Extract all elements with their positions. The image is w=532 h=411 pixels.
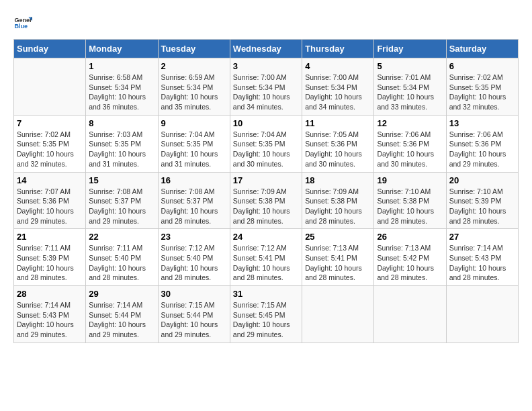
calendar-cell: 19Sunrise: 7:10 AM Sunset: 5:38 PM Dayli… <box>374 172 446 229</box>
calendar-cell: 24Sunrise: 7:12 AM Sunset: 5:41 PM Dayli… <box>230 229 302 286</box>
calendar-cell: 18Sunrise: 7:09 AM Sunset: 5:38 PM Dayli… <box>302 172 374 229</box>
logo-icon: General Blue <box>13 13 32 32</box>
logo: General Blue <box>13 13 32 32</box>
day-number: 27 <box>449 232 515 242</box>
calendar-cell <box>14 58 86 116</box>
calendar-cell: 23Sunrise: 7:12 AM Sunset: 5:40 PM Dayli… <box>158 229 230 286</box>
day-number: 26 <box>377 232 443 242</box>
calendar-cell: 9Sunrise: 7:04 AM Sunset: 5:35 PM Daylig… <box>158 115 230 172</box>
calendar-cell: 1Sunrise: 6:58 AM Sunset: 5:34 PM Daylig… <box>86 58 158 116</box>
day-number: 22 <box>89 232 154 242</box>
day-number: 4 <box>305 61 371 71</box>
day-info: Sunrise: 7:04 AM Sunset: 5:35 PM Dayligh… <box>233 130 299 169</box>
calendar-table: SundayMondayTuesdayWednesdayThursdayFrid… <box>13 39 519 343</box>
day-info: Sunrise: 7:13 AM Sunset: 5:41 PM Dayligh… <box>305 243 371 283</box>
day-number: 6 <box>449 61 515 71</box>
day-info: Sunrise: 7:02 AM Sunset: 5:35 PM Dayligh… <box>449 73 515 112</box>
calendar-cell: 31Sunrise: 7:15 AM Sunset: 5:45 PM Dayli… <box>230 286 302 343</box>
day-number: 14 <box>17 175 83 185</box>
day-info: Sunrise: 7:09 AM Sunset: 5:38 PM Dayligh… <box>233 187 299 226</box>
day-info: Sunrise: 7:14 AM Sunset: 5:43 PM Dayligh… <box>449 243 515 283</box>
calendar-cell: 12Sunrise: 7:06 AM Sunset: 5:36 PM Dayli… <box>374 115 446 172</box>
day-info: Sunrise: 6:59 AM Sunset: 5:34 PM Dayligh… <box>161 73 227 112</box>
calendar-cell: 16Sunrise: 7:08 AM Sunset: 5:37 PM Dayli… <box>158 172 230 229</box>
day-number: 9 <box>161 118 227 128</box>
calendar-cell: 26Sunrise: 7:13 AM Sunset: 5:42 PM Dayli… <box>374 229 446 286</box>
column-header-thursday: Thursday <box>302 40 374 58</box>
week-row-1: 1Sunrise: 6:58 AM Sunset: 5:34 PM Daylig… <box>14 58 519 116</box>
day-info: Sunrise: 7:11 AM Sunset: 5:40 PM Dayligh… <box>89 243 154 283</box>
day-info: Sunrise: 7:06 AM Sunset: 5:36 PM Dayligh… <box>377 130 443 169</box>
day-number: 1 <box>89 61 154 71</box>
day-number: 16 <box>161 175 227 185</box>
day-info: Sunrise: 7:10 AM Sunset: 5:38 PM Dayligh… <box>377 187 443 226</box>
day-info: Sunrise: 7:07 AM Sunset: 5:36 PM Dayligh… <box>17 187 83 226</box>
day-number: 23 <box>161 232 227 242</box>
day-number: 31 <box>233 289 299 299</box>
calendar-cell: 27Sunrise: 7:14 AM Sunset: 5:43 PM Dayli… <box>446 229 518 286</box>
header-row: SundayMondayTuesdayWednesdayThursdayFrid… <box>14 40 519 58</box>
day-number: 30 <box>161 289 227 299</box>
week-row-4: 21Sunrise: 7:11 AM Sunset: 5:39 PM Dayli… <box>14 229 519 286</box>
day-info: Sunrise: 7:09 AM Sunset: 5:38 PM Dayligh… <box>305 187 371 226</box>
day-info: Sunrise: 7:08 AM Sunset: 5:37 PM Dayligh… <box>89 187 154 226</box>
day-number: 25 <box>305 232 371 242</box>
week-row-2: 7Sunrise: 7:02 AM Sunset: 5:35 PM Daylig… <box>14 115 519 172</box>
calendar-cell: 2Sunrise: 6:59 AM Sunset: 5:34 PM Daylig… <box>158 58 230 116</box>
day-info: Sunrise: 7:04 AM Sunset: 5:35 PM Dayligh… <box>161 130 227 169</box>
calendar-cell: 13Sunrise: 7:06 AM Sunset: 5:36 PM Dayli… <box>446 115 518 172</box>
day-info: Sunrise: 7:02 AM Sunset: 5:35 PM Dayligh… <box>17 130 83 169</box>
day-number: 10 <box>233 118 299 128</box>
day-number: 5 <box>377 61 443 71</box>
calendar-cell: 6Sunrise: 7:02 AM Sunset: 5:35 PM Daylig… <box>446 58 518 116</box>
column-header-saturday: Saturday <box>446 40 518 58</box>
calendar-cell: 20Sunrise: 7:10 AM Sunset: 5:39 PM Dayli… <box>446 172 518 229</box>
week-row-3: 14Sunrise: 7:07 AM Sunset: 5:36 PM Dayli… <box>14 172 519 229</box>
day-info: Sunrise: 7:15 AM Sunset: 5:44 PM Dayligh… <box>161 300 227 340</box>
calendar-cell: 25Sunrise: 7:13 AM Sunset: 5:41 PM Dayli… <box>302 229 374 286</box>
day-info: Sunrise: 7:00 AM Sunset: 5:34 PM Dayligh… <box>305 73 371 112</box>
column-header-wednesday: Wednesday <box>230 40 302 58</box>
calendar-cell <box>374 286 446 343</box>
calendar-cell: 15Sunrise: 7:08 AM Sunset: 5:37 PM Dayli… <box>86 172 158 229</box>
day-number: 18 <box>305 175 371 185</box>
day-number: 15 <box>89 175 154 185</box>
day-info: Sunrise: 7:12 AM Sunset: 5:41 PM Dayligh… <box>233 243 299 283</box>
day-number: 19 <box>377 175 443 185</box>
day-info: Sunrise: 6:58 AM Sunset: 5:34 PM Dayligh… <box>89 73 154 112</box>
day-info: Sunrise: 7:06 AM Sunset: 5:36 PM Dayligh… <box>449 130 515 169</box>
calendar-cell: 17Sunrise: 7:09 AM Sunset: 5:38 PM Dayli… <box>230 172 302 229</box>
day-info: Sunrise: 7:01 AM Sunset: 5:34 PM Dayligh… <box>377 73 443 112</box>
day-info: Sunrise: 7:15 AM Sunset: 5:45 PM Dayligh… <box>233 300 299 340</box>
day-number: 28 <box>17 289 83 299</box>
page-header: General Blue <box>13 13 519 32</box>
calendar-cell: 14Sunrise: 7:07 AM Sunset: 5:36 PM Dayli… <box>14 172 86 229</box>
day-number: 7 <box>17 118 83 128</box>
calendar-cell: 7Sunrise: 7:02 AM Sunset: 5:35 PM Daylig… <box>14 115 86 172</box>
calendar-cell: 30Sunrise: 7:15 AM Sunset: 5:44 PM Dayli… <box>158 286 230 343</box>
day-number: 12 <box>377 118 443 128</box>
day-number: 21 <box>17 232 83 242</box>
calendar-cell: 4Sunrise: 7:00 AM Sunset: 5:34 PM Daylig… <box>302 58 374 116</box>
svg-text:Blue: Blue <box>14 23 28 30</box>
column-header-friday: Friday <box>374 40 446 58</box>
calendar-cell: 10Sunrise: 7:04 AM Sunset: 5:35 PM Dayli… <box>230 115 302 172</box>
week-row-5: 28Sunrise: 7:14 AM Sunset: 5:43 PM Dayli… <box>14 286 519 343</box>
day-info: Sunrise: 7:14 AM Sunset: 5:43 PM Dayligh… <box>17 300 83 340</box>
column-header-monday: Monday <box>86 40 158 58</box>
calendar-cell: 3Sunrise: 7:00 AM Sunset: 5:34 PM Daylig… <box>230 58 302 116</box>
day-info: Sunrise: 7:08 AM Sunset: 5:37 PM Dayligh… <box>161 187 227 226</box>
day-info: Sunrise: 7:03 AM Sunset: 5:35 PM Dayligh… <box>89 130 154 169</box>
column-header-tuesday: Tuesday <box>158 40 230 58</box>
day-number: 17 <box>233 175 299 185</box>
day-number: 24 <box>233 232 299 242</box>
calendar-cell <box>446 286 518 343</box>
calendar-cell: 5Sunrise: 7:01 AM Sunset: 5:34 PM Daylig… <box>374 58 446 116</box>
calendar-cell: 28Sunrise: 7:14 AM Sunset: 5:43 PM Dayli… <box>14 286 86 343</box>
calendar-cell: 22Sunrise: 7:11 AM Sunset: 5:40 PM Dayli… <box>86 229 158 286</box>
day-info: Sunrise: 7:05 AM Sunset: 5:36 PM Dayligh… <box>305 130 371 169</box>
day-number: 13 <box>449 118 515 128</box>
calendar-cell: 8Sunrise: 7:03 AM Sunset: 5:35 PM Daylig… <box>86 115 158 172</box>
day-info: Sunrise: 7:10 AM Sunset: 5:39 PM Dayligh… <box>449 187 515 226</box>
day-number: 8 <box>89 118 154 128</box>
